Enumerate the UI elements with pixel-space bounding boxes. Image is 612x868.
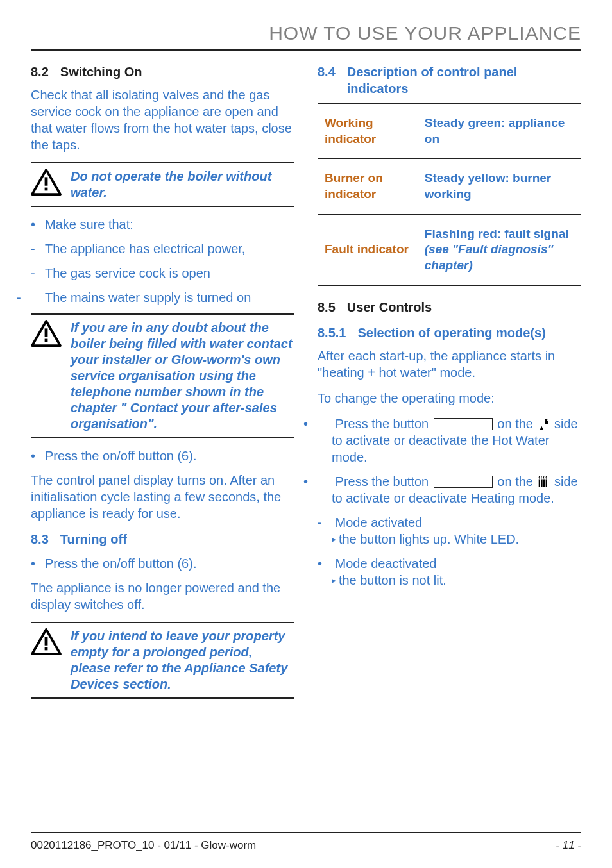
caution-box: Do not operate the boiler without water. [31, 162, 294, 207]
table-cell-label: Fault indicator [318, 214, 418, 285]
indicators-table: Working indicator Steady green: applianc… [318, 103, 581, 286]
heading-title: User Controls [347, 299, 432, 315]
tap-icon [536, 418, 550, 431]
table-row: Working indicator Steady green: applianc… [318, 104, 581, 159]
table-cell-value: Steady green: appliance on [418, 104, 581, 159]
left-column: 8.2 Switching On Check that all isolatin… [31, 63, 294, 832]
footer-page-number: - 11 - [556, 839, 581, 853]
list-item: The appliance has electrical power, [31, 240, 294, 257]
svg-point-6 [545, 419, 548, 421]
heading-title: Description of control panel indicators [347, 63, 581, 97]
action-list: Press the on/off button (6). [31, 555, 294, 572]
action-list: Press the on/off button (6). [31, 447, 294, 464]
right-column: 8.4 Description of control panel indicat… [318, 63, 581, 832]
heading-title: Turning off [60, 531, 127, 547]
list-item: The gas service cock is open [31, 265, 294, 281]
heading-8-2: 8.2 Switching On [31, 63, 294, 80]
svg-rect-7 [539, 479, 540, 487]
heading-8-3: 8.3 Turning off [31, 531, 294, 547]
heading-number: 8.3 [31, 531, 49, 547]
button-placeholder [434, 476, 493, 488]
table-cell-label: Burner on indicator [318, 159, 418, 214]
table-row: Burner on indicator Steady yellow: burne… [318, 159, 581, 214]
heading-title: Selection of operating mode(s) [357, 324, 545, 341]
warning-icon [31, 169, 62, 196]
svg-rect-0 [45, 177, 48, 185]
heading-8-4: 8.4 Description of control panel indicat… [318, 63, 581, 97]
svg-rect-1 [45, 188, 48, 191]
table-cell-value: Flashing red: fault signal (see "Fault d… [418, 214, 581, 285]
table-row: Fault indicator Flashing red: fault sign… [318, 214, 581, 285]
heading-number: 8.2 [31, 63, 49, 80]
body-text: To change the operating mode: [318, 390, 581, 406]
page-footer: 0020112186_PROTO_10 - 01/11 - Glow-worm … [31, 832, 581, 853]
svg-rect-2 [45, 328, 48, 337]
svg-rect-3 [45, 339, 48, 342]
heading-number: 8.5.1 [318, 324, 346, 341]
mode-instructions: Press the button on the side to activate… [318, 415, 581, 588]
checklist: Make sure that: The appliance has electr… [31, 216, 294, 306]
footer-doc-id: 0020112186_PROTO_10 - 01/11 - Glow-worm [31, 839, 256, 853]
heading-number: 8.4 [318, 63, 336, 97]
list-item: Press the on/off button (6). [31, 555, 294, 572]
page-header: HOW TO USE YOUR APPLIANCE [31, 21, 581, 51]
list-item: The mains water supply is turned on [31, 289, 294, 306]
caution-text: If you are in any doubt about the boiler… [71, 320, 294, 432]
heading-title: Switching On [60, 63, 142, 80]
list-item: Mode activated the button lights up. Whi… [318, 514, 581, 547]
list-item: Press the on/off button (6). [31, 447, 294, 464]
caution-text: Do not operate the boiler without water. [71, 169, 294, 201]
table-cell-value: Steady yellow: burner working [418, 159, 581, 214]
sub-item: the button lights up. White LED. [318, 531, 581, 547]
caution-box: If you intend to leave your property emp… [31, 622, 294, 699]
list-item: Press the button on the side to activate… [318, 473, 581, 506]
svg-rect-9 [543, 479, 545, 487]
caution-text: If you intend to leave your property emp… [71, 628, 294, 692]
body-text: After each start-up, the appliance start… [318, 347, 581, 381]
heading-8-5: 8.5 User Controls [318, 299, 581, 315]
list-item: Mode deactivated the button is not lit. [318, 555, 581, 588]
warning-icon [31, 320, 62, 347]
svg-rect-4 [45, 637, 48, 645]
heading-number: 8.5 [318, 299, 336, 315]
list-item: Press the button on the side to activate… [318, 415, 581, 465]
warning-icon [31, 628, 62, 655]
intro-text: Check that all isolating valves and the … [31, 87, 294, 153]
list-item: Make sure that: [31, 216, 294, 233]
radiator-icon [536, 476, 550, 488]
caution-box: If you are in any doubt about the boiler… [31, 313, 294, 438]
body-text: The appliance is no longer powered and t… [31, 580, 294, 613]
svg-rect-8 [541, 479, 543, 487]
content-columns: 8.2 Switching On Check that all isolatin… [31, 63, 581, 832]
body-text: The control panel display turns on. Afte… [31, 472, 294, 522]
svg-rect-10 [546, 479, 547, 487]
table-cell-label: Working indicator [318, 104, 418, 159]
sub-item: the button is not lit. [318, 572, 581, 588]
button-placeholder [434, 418, 493, 430]
heading-8-5-1: 8.5.1 Selection of operating mode(s) [318, 324, 581, 341]
svg-rect-5 [45, 647, 48, 651]
